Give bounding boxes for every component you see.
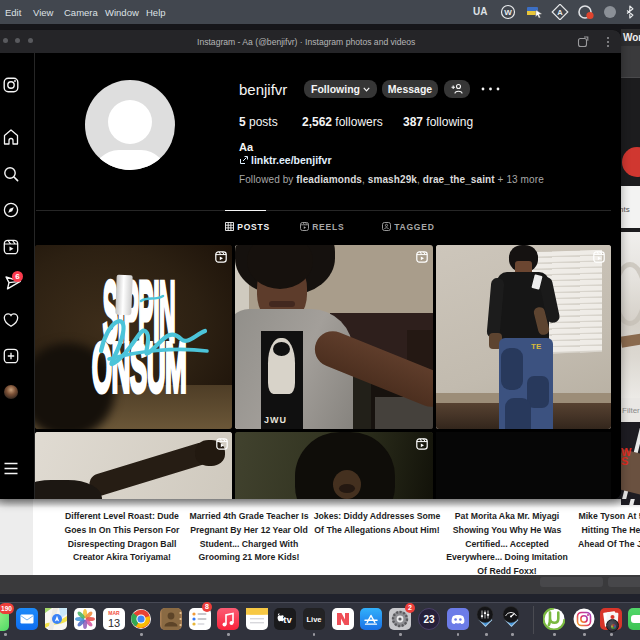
svg-text:Live: Live <box>306 615 321 624</box>
svg-text:tv: tv <box>283 614 292 625</box>
svg-text:13: 13 <box>107 617 119 629</box>
svg-text:23: 23 <box>423 614 435 625</box>
svg-text:MAR: MAR <box>108 610 120 616</box>
svg-text:A: A <box>557 8 563 17</box>
svg-text:W: W <box>504 8 512 17</box>
